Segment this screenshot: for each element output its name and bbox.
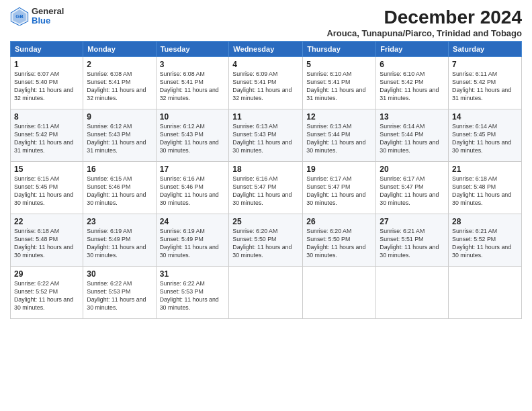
- calendar-cell: 13 Sunrise: 6:14 AM Sunset: 5:44 PM Dayl…: [376, 109, 449, 162]
- logo-icon: GB: [10, 7, 29, 26]
- calendar-cell: [303, 267, 376, 319]
- col-header-thursday: Thursday: [303, 42, 376, 57]
- day-number: 11: [232, 112, 299, 122]
- calendar-cell: 14 Sunrise: 6:14 AM Sunset: 5:45 PM Dayl…: [449, 109, 522, 162]
- col-header-tuesday: Tuesday: [156, 42, 229, 57]
- calendar-cell: 2 Sunrise: 6:08 AM Sunset: 5:41 PM Dayli…: [83, 57, 156, 109]
- calendar-cell: [449, 267, 522, 319]
- day-info: Sunrise: 6:17 AM Sunset: 5:47 PM Dayligh…: [380, 175, 445, 208]
- calendar-cell: [376, 267, 449, 319]
- day-info: Sunrise: 6:19 AM Sunset: 5:49 PM Dayligh…: [87, 228, 152, 260]
- page: GB General Blue December 2024 Arouca, Tu…: [0, 0, 532, 411]
- day-number: 21: [452, 165, 518, 174]
- day-number: 27: [380, 217, 445, 226]
- calendar-cell: 11 Sunrise: 6:13 AM Sunset: 5:43 PM Dayl…: [229, 109, 303, 162]
- calendar-cell: 5 Sunrise: 6:10 AM Sunset: 5:41 PM Dayli…: [303, 57, 376, 109]
- calendar-week-5: 29 Sunrise: 6:22 AM Sunset: 5:52 PM Dayl…: [11, 267, 522, 319]
- day-number: 9: [87, 112, 152, 122]
- calendar-cell: 15 Sunrise: 6:15 AM Sunset: 5:45 PM Dayl…: [11, 162, 83, 214]
- header: GB General Blue December 2024 Arouca, Tu…: [10, 7, 522, 38]
- day-number: 15: [14, 165, 79, 174]
- day-number: 26: [306, 217, 372, 226]
- day-info: Sunrise: 6:09 AM Sunset: 5:41 PM Dayligh…: [232, 71, 299, 103]
- calendar-cell: 7 Sunrise: 6:11 AM Sunset: 5:42 PM Dayli…: [449, 57, 522, 109]
- day-info: Sunrise: 6:22 AM Sunset: 5:53 PM Dayligh…: [160, 280, 226, 312]
- main-title: December 2024: [326, 7, 522, 28]
- day-info: Sunrise: 6:18 AM Sunset: 5:48 PM Dayligh…: [452, 175, 518, 208]
- day-info: Sunrise: 6:11 AM Sunset: 5:42 PM Dayligh…: [452, 71, 518, 103]
- calendar-cell: 26 Sunrise: 6:20 AM Sunset: 5:50 PM Dayl…: [303, 214, 376, 267]
- day-info: Sunrise: 6:08 AM Sunset: 5:41 PM Dayligh…: [87, 71, 152, 103]
- day-info: Sunrise: 6:13 AM Sunset: 5:43 PM Dayligh…: [232, 123, 299, 155]
- day-info: Sunrise: 6:10 AM Sunset: 5:41 PM Dayligh…: [306, 71, 372, 103]
- calendar-cell: 18 Sunrise: 6:16 AM Sunset: 5:47 PM Dayl…: [229, 162, 303, 214]
- day-number: 14: [452, 112, 518, 122]
- logo-text: General Blue: [32, 7, 64, 26]
- day-number: 8: [14, 112, 79, 122]
- day-info: Sunrise: 6:08 AM Sunset: 5:41 PM Dayligh…: [160, 71, 226, 103]
- day-number: 19: [306, 165, 372, 174]
- title-section: December 2024 Arouca, Tunapuna/Piarco, T…: [326, 7, 522, 38]
- day-number: 3: [160, 60, 226, 69]
- logo-general: General: [32, 7, 64, 16]
- day-info: Sunrise: 6:15 AM Sunset: 5:45 PM Dayligh…: [14, 175, 79, 208]
- svg-text:GB: GB: [15, 13, 24, 19]
- day-number: 23: [87, 217, 152, 226]
- calendar-table: SundayMondayTuesdayWednesdayThursdayFrid…: [10, 41, 522, 319]
- day-number: 25: [232, 217, 299, 226]
- calendar-cell: 31 Sunrise: 6:22 AM Sunset: 5:53 PM Dayl…: [156, 267, 229, 319]
- day-number: 7: [452, 60, 518, 69]
- day-info: Sunrise: 6:12 AM Sunset: 5:43 PM Dayligh…: [160, 123, 226, 155]
- calendar-cell: 12 Sunrise: 6:13 AM Sunset: 5:44 PM Dayl…: [303, 109, 376, 162]
- calendar-cell: 22 Sunrise: 6:18 AM Sunset: 5:48 PM Dayl…: [11, 214, 83, 267]
- logo-blue: Blue: [32, 16, 64, 26]
- calendar-cell: 20 Sunrise: 6:17 AM Sunset: 5:47 PM Dayl…: [376, 162, 449, 214]
- day-info: Sunrise: 6:20 AM Sunset: 5:50 PM Dayligh…: [306, 228, 372, 260]
- calendar-week-1: 1 Sunrise: 6:07 AM Sunset: 5:40 PM Dayli…: [11, 57, 522, 109]
- calendar-cell: 21 Sunrise: 6:18 AM Sunset: 5:48 PM Dayl…: [449, 162, 522, 214]
- day-info: Sunrise: 6:07 AM Sunset: 5:40 PM Dayligh…: [14, 71, 79, 103]
- day-number: 2: [87, 60, 152, 69]
- calendar-cell: 28 Sunrise: 6:21 AM Sunset: 5:52 PM Dayl…: [449, 214, 522, 267]
- day-info: Sunrise: 6:18 AM Sunset: 5:48 PM Dayligh…: [14, 228, 79, 260]
- col-header-friday: Friday: [376, 42, 449, 57]
- day-info: Sunrise: 6:20 AM Sunset: 5:50 PM Dayligh…: [232, 228, 299, 260]
- day-number: 24: [160, 217, 226, 226]
- calendar-cell: 17 Sunrise: 6:16 AM Sunset: 5:46 PM Dayl…: [156, 162, 229, 214]
- day-info: Sunrise: 6:21 AM Sunset: 5:52 PM Dayligh…: [452, 228, 518, 260]
- calendar-week-2: 8 Sunrise: 6:11 AM Sunset: 5:42 PM Dayli…: [11, 109, 522, 162]
- day-number: 30: [87, 269, 152, 279]
- calendar-cell: 1 Sunrise: 6:07 AM Sunset: 5:40 PM Dayli…: [11, 57, 83, 109]
- col-header-monday: Monday: [83, 42, 156, 57]
- day-number: 20: [380, 165, 445, 174]
- day-info: Sunrise: 6:14 AM Sunset: 5:44 PM Dayligh…: [380, 123, 445, 155]
- day-number: 16: [87, 165, 152, 174]
- day-info: Sunrise: 6:16 AM Sunset: 5:47 PM Dayligh…: [232, 175, 299, 208]
- day-number: 1: [14, 60, 79, 69]
- day-info: Sunrise: 6:10 AM Sunset: 5:42 PM Dayligh…: [380, 71, 445, 103]
- day-number: 12: [306, 112, 372, 122]
- calendar-cell: 6 Sunrise: 6:10 AM Sunset: 5:42 PM Dayli…: [376, 57, 449, 109]
- day-number: 4: [232, 60, 299, 69]
- day-info: Sunrise: 6:22 AM Sunset: 5:53 PM Dayligh…: [87, 280, 152, 312]
- day-number: 17: [160, 165, 226, 174]
- day-info: Sunrise: 6:22 AM Sunset: 5:52 PM Dayligh…: [14, 280, 79, 312]
- col-header-sunday: Sunday: [11, 42, 83, 57]
- calendar-week-4: 22 Sunrise: 6:18 AM Sunset: 5:48 PM Dayl…: [11, 214, 522, 267]
- calendar-cell: 29 Sunrise: 6:22 AM Sunset: 5:52 PM Dayl…: [11, 267, 83, 319]
- day-info: Sunrise: 6:21 AM Sunset: 5:51 PM Dayligh…: [380, 228, 445, 260]
- col-header-saturday: Saturday: [449, 42, 522, 57]
- calendar-cell: 30 Sunrise: 6:22 AM Sunset: 5:53 PM Dayl…: [83, 267, 156, 319]
- calendar-cell: 19 Sunrise: 6:17 AM Sunset: 5:47 PM Dayl…: [303, 162, 376, 214]
- day-number: 6: [380, 60, 445, 69]
- calendar-cell: 9 Sunrise: 6:12 AM Sunset: 5:43 PM Dayli…: [83, 109, 156, 162]
- day-number: 29: [14, 269, 79, 279]
- calendar-cell: 23 Sunrise: 6:19 AM Sunset: 5:49 PM Dayl…: [83, 214, 156, 267]
- calendar-cell: 24 Sunrise: 6:19 AM Sunset: 5:49 PM Dayl…: [156, 214, 229, 267]
- day-info: Sunrise: 6:16 AM Sunset: 5:46 PM Dayligh…: [160, 175, 226, 208]
- calendar-cell: [229, 267, 303, 319]
- calendar-week-3: 15 Sunrise: 6:15 AM Sunset: 5:45 PM Dayl…: [11, 162, 522, 214]
- day-number: 13: [380, 112, 445, 122]
- calendar-cell: 25 Sunrise: 6:20 AM Sunset: 5:50 PM Dayl…: [229, 214, 303, 267]
- day-info: Sunrise: 6:13 AM Sunset: 5:44 PM Dayligh…: [306, 123, 372, 155]
